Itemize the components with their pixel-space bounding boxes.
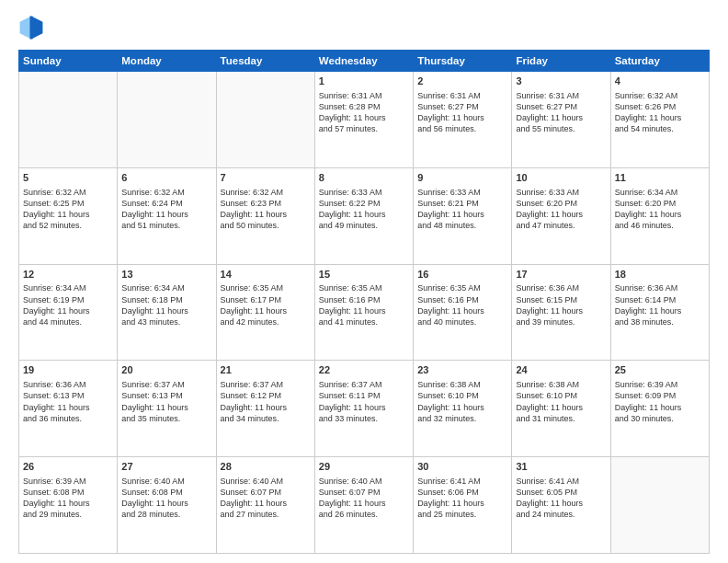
day-info: Sunrise: 6:31 AMSunset: 6:28 PMDaylight:… — [319, 90, 409, 135]
day-number: 15 — [319, 268, 409, 282]
day-info: Sunrise: 6:32 AMSunset: 6:26 PMDaylight:… — [615, 90, 705, 135]
day-number: 6 — [121, 171, 211, 185]
calendar-cell: 6Sunrise: 6:32 AMSunset: 6:24 PMDaylight… — [118, 167, 216, 264]
calendar-cell: 19Sunrise: 6:36 AMSunset: 6:13 PMDayligh… — [19, 361, 118, 457]
col-header-thursday: Thursday — [414, 51, 512, 72]
week-row-3: 19Sunrise: 6:36 AMSunset: 6:13 PMDayligh… — [19, 361, 710, 457]
svg-rect-3 — [29, 17, 32, 40]
day-info: Sunrise: 6:41 AMSunset: 6:05 PMDaylight:… — [516, 476, 606, 521]
week-row-4: 26Sunrise: 6:39 AMSunset: 6:08 PMDayligh… — [19, 457, 710, 554]
day-number: 25 — [615, 363, 705, 377]
calendar-cell: 9Sunrise: 6:33 AMSunset: 6:21 PMDaylight… — [414, 167, 512, 264]
day-info: Sunrise: 6:38 AMSunset: 6:10 PMDaylight:… — [516, 379, 606, 424]
calendar-cell: 23Sunrise: 6:38 AMSunset: 6:10 PMDayligh… — [414, 361, 512, 457]
day-number: 9 — [417, 171, 507, 185]
day-number: 4 — [615, 75, 705, 88]
day-number: 24 — [516, 363, 606, 377]
calendar-cell: 24Sunrise: 6:38 AMSunset: 6:10 PMDayligh… — [512, 361, 610, 457]
day-number: 23 — [417, 363, 507, 377]
day-number: 3 — [516, 75, 606, 88]
col-header-wednesday: Wednesday — [314, 51, 413, 72]
day-number: 20 — [121, 363, 211, 377]
calendar-cell: 25Sunrise: 6:39 AMSunset: 6:09 PMDayligh… — [610, 361, 709, 457]
day-info: Sunrise: 6:41 AMSunset: 6:06 PMDaylight:… — [417, 476, 507, 521]
calendar-cell: 29Sunrise: 6:40 AMSunset: 6:07 PMDayligh… — [314, 457, 413, 554]
calendar-cell: 13Sunrise: 6:34 AMSunset: 6:18 PMDayligh… — [118, 264, 216, 361]
day-info: Sunrise: 6:39 AMSunset: 6:08 PMDaylight:… — [23, 476, 113, 521]
day-number: 29 — [319, 460, 409, 474]
day-info: Sunrise: 6:36 AMSunset: 6:13 PMDaylight:… — [23, 379, 113, 424]
calendar-cell: 10Sunrise: 6:33 AMSunset: 6:20 PMDayligh… — [512, 167, 610, 264]
calendar-cell: 16Sunrise: 6:35 AMSunset: 6:16 PMDayligh… — [414, 264, 512, 361]
day-number: 22 — [319, 363, 409, 377]
calendar-cell: 3Sunrise: 6:31 AMSunset: 6:27 PMDaylight… — [512, 72, 610, 168]
calendar-cell: 5Sunrise: 6:32 AMSunset: 6:25 PMDaylight… — [19, 167, 118, 264]
calendar-cell: 11Sunrise: 6:34 AMSunset: 6:20 PMDayligh… — [610, 167, 709, 264]
day-info: Sunrise: 6:32 AMSunset: 6:25 PMDaylight:… — [23, 187, 113, 232]
day-info: Sunrise: 6:35 AMSunset: 6:16 PMDaylight:… — [417, 282, 507, 327]
day-info: Sunrise: 6:38 AMSunset: 6:10 PMDaylight:… — [417, 379, 507, 424]
week-row-2: 12Sunrise: 6:34 AMSunset: 6:19 PMDayligh… — [19, 264, 710, 361]
calendar-cell: 18Sunrise: 6:36 AMSunset: 6:14 PMDayligh… — [610, 264, 709, 361]
day-number: 14 — [221, 268, 311, 282]
col-header-sunday: Sunday — [19, 51, 118, 72]
day-number: 30 — [417, 460, 507, 474]
calendar-cell — [118, 72, 216, 168]
calendar-cell: 12Sunrise: 6:34 AMSunset: 6:19 PMDayligh… — [19, 264, 118, 361]
page: SundayMondayTuesdayWednesdayThursdayFrid… — [0, 0, 728, 563]
day-number: 5 — [23, 171, 113, 185]
day-info: Sunrise: 6:34 AMSunset: 6:20 PMDaylight:… — [615, 187, 705, 232]
calendar-cell: 28Sunrise: 6:40 AMSunset: 6:07 PMDayligh… — [216, 457, 314, 554]
day-number: 19 — [23, 363, 113, 377]
calendar-cell: 14Sunrise: 6:35 AMSunset: 6:17 PMDayligh… — [216, 264, 314, 361]
calendar-cell: 4Sunrise: 6:32 AMSunset: 6:26 PMDaylight… — [610, 72, 709, 168]
day-number: 17 — [516, 268, 606, 282]
day-info: Sunrise: 6:31 AMSunset: 6:27 PMDaylight:… — [516, 90, 606, 135]
day-number: 21 — [221, 363, 311, 377]
calendar-cell: 22Sunrise: 6:37 AMSunset: 6:11 PMDayligh… — [314, 361, 413, 457]
day-number: 26 — [23, 460, 113, 474]
calendar-cell — [610, 457, 709, 554]
day-number: 16 — [417, 268, 507, 282]
calendar-cell — [19, 72, 118, 168]
logo — [18, 15, 48, 40]
col-header-friday: Friday — [512, 51, 610, 72]
calendar-cell: 8Sunrise: 6:33 AMSunset: 6:22 PMDaylight… — [314, 167, 413, 264]
day-number: 28 — [221, 460, 311, 474]
day-info: Sunrise: 6:39 AMSunset: 6:09 PMDaylight:… — [615, 379, 705, 424]
day-number: 11 — [615, 171, 705, 185]
col-header-saturday: Saturday — [610, 51, 709, 72]
day-info: Sunrise: 6:32 AMSunset: 6:23 PMDaylight:… — [221, 187, 311, 232]
day-info: Sunrise: 6:37 AMSunset: 6:13 PMDaylight:… — [121, 379, 211, 424]
calendar-cell: 21Sunrise: 6:37 AMSunset: 6:12 PMDayligh… — [216, 361, 314, 457]
calendar-table: SundayMondayTuesdayWednesdayThursdayFrid… — [18, 50, 710, 554]
day-info: Sunrise: 6:34 AMSunset: 6:19 PMDaylight:… — [23, 282, 113, 327]
day-number: 10 — [516, 171, 606, 185]
col-header-tuesday: Tuesday — [216, 51, 314, 72]
day-info: Sunrise: 6:37 AMSunset: 6:12 PMDaylight:… — [221, 379, 311, 424]
day-info: Sunrise: 6:33 AMSunset: 6:22 PMDaylight:… — [319, 187, 409, 232]
day-number: 7 — [221, 171, 311, 185]
day-info: Sunrise: 6:35 AMSunset: 6:17 PMDaylight:… — [221, 282, 311, 327]
day-info: Sunrise: 6:32 AMSunset: 6:24 PMDaylight:… — [121, 187, 211, 232]
calendar-cell: 26Sunrise: 6:39 AMSunset: 6:08 PMDayligh… — [19, 457, 118, 554]
svg-marker-2 — [20, 17, 31, 40]
day-number: 12 — [23, 268, 113, 282]
day-info: Sunrise: 6:40 AMSunset: 6:07 PMDaylight:… — [221, 476, 311, 521]
day-number: 31 — [516, 460, 606, 474]
day-info: Sunrise: 6:35 AMSunset: 6:16 PMDaylight:… — [319, 282, 409, 327]
logo-icon — [18, 15, 44, 40]
day-info: Sunrise: 6:33 AMSunset: 6:21 PMDaylight:… — [417, 187, 507, 232]
day-info: Sunrise: 6:34 AMSunset: 6:18 PMDaylight:… — [121, 282, 211, 327]
calendar-cell: 27Sunrise: 6:40 AMSunset: 6:08 PMDayligh… — [118, 457, 216, 554]
calendar-header: SundayMondayTuesdayWednesdayThursdayFrid… — [19, 51, 710, 72]
calendar-cell: 30Sunrise: 6:41 AMSunset: 6:06 PMDayligh… — [414, 457, 512, 554]
calendar-cell — [216, 72, 314, 168]
calendar-cell: 17Sunrise: 6:36 AMSunset: 6:15 PMDayligh… — [512, 264, 610, 361]
day-number: 13 — [121, 268, 211, 282]
day-info: Sunrise: 6:33 AMSunset: 6:20 PMDaylight:… — [516, 187, 606, 232]
day-number: 18 — [615, 268, 705, 282]
day-info: Sunrise: 6:36 AMSunset: 6:14 PMDaylight:… — [615, 282, 705, 327]
calendar-cell: 15Sunrise: 6:35 AMSunset: 6:16 PMDayligh… — [314, 264, 413, 361]
day-info: Sunrise: 6:37 AMSunset: 6:11 PMDaylight:… — [319, 379, 409, 424]
